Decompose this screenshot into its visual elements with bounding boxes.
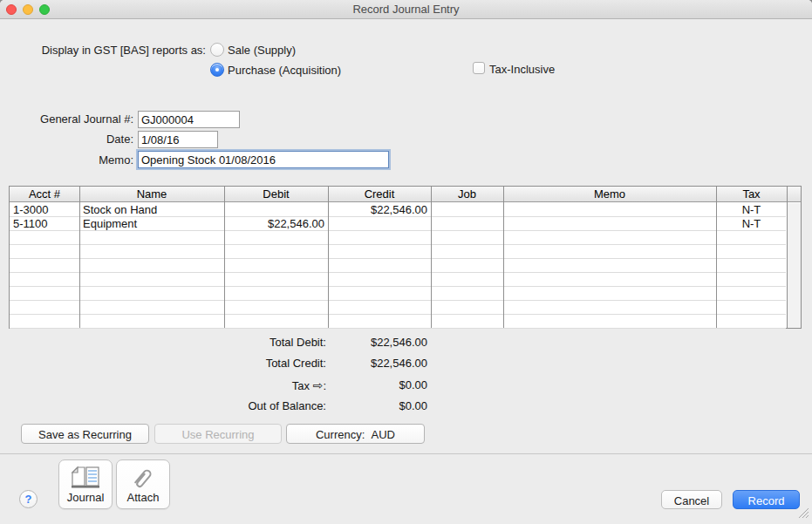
- col-header-acct: Acct #: [10, 187, 79, 202]
- cell-name[interactable]: Equipment: [83, 217, 222, 231]
- col-header-debit: Debit: [224, 187, 328, 202]
- column-divider: [431, 187, 432, 328]
- currency-value: AUD: [372, 428, 395, 441]
- col-header-job: Job: [431, 187, 503, 202]
- use-recurring-button[interactable]: Use Recurring: [154, 424, 282, 444]
- col-header-name: Name: [79, 187, 224, 202]
- radio-sale-supply[interactable]: [210, 43, 224, 57]
- cell-credit[interactable]: $22,546.00: [328, 203, 427, 217]
- total-debit-label: Total Debit:: [0, 336, 326, 350]
- date-input[interactable]: [138, 131, 218, 148]
- tax-zoom-arrow-icon[interactable]: ⇨: [313, 378, 324, 392]
- radio-purchase-acquisition[interactable]: [210, 63, 224, 77]
- cancel-button[interactable]: Cancel: [661, 490, 722, 509]
- tax-total-text: Tax: [292, 379, 310, 392]
- table-row-empty[interactable]: [10, 259, 786, 273]
- help-button[interactable]: ?: [19, 490, 38, 508]
- out-of-balance-value: $0.00: [331, 399, 427, 413]
- cell-tax[interactable]: N-T: [716, 217, 787, 231]
- cell-job[interactable]: [434, 203, 500, 217]
- out-of-balance-label: Out of Balance:: [0, 399, 326, 413]
- cell-acct[interactable]: 1-3000: [13, 203, 78, 217]
- total-debit-value: $22,546.00: [331, 336, 427, 350]
- table-row: 5-1100 Equipment $22,546.00 N-T: [10, 217, 786, 231]
- radio-sale-supply-label[interactable]: Sale (Supply): [228, 44, 296, 58]
- tax-total-value: $0.00: [331, 378, 427, 392]
- total-credit-value: $22,546.00: [331, 357, 427, 371]
- cell-name[interactable]: Stock on Hand: [83, 203, 222, 217]
- tax-total-colon: :: [323, 379, 326, 392]
- cell-debit[interactable]: $22,546.00: [224, 217, 324, 231]
- currency-button[interactable]: Currency: AUD: [286, 424, 425, 444]
- table-body: 1-3000 Stock on Hand $22,546.00 N-T 5-11…: [10, 203, 786, 328]
- memo-label: Memo:: [0, 153, 133, 167]
- table-row-empty[interactable]: [10, 245, 786, 259]
- gst-reports-label: Display in GST [BAS] reports as:: [0, 44, 206, 58]
- journal-number-input[interactable]: [138, 111, 240, 128]
- table-row: 1-3000 Stock on Hand $22,546.00 N-T: [10, 203, 786, 217]
- cell-memo[interactable]: [507, 217, 713, 231]
- column-divider: [716, 187, 717, 328]
- table-row-empty[interactable]: [10, 273, 786, 287]
- attach-button-label: Attach: [117, 491, 169, 504]
- table-row-empty[interactable]: [10, 287, 786, 301]
- cell-memo[interactable]: [507, 203, 713, 217]
- window-title: Record Journal Entry: [0, 0, 812, 19]
- table-row-empty[interactable]: [10, 231, 786, 245]
- attach-button[interactable]: Attach: [116, 459, 170, 509]
- journal-number-label: General Journal #:: [0, 112, 133, 126]
- journal-lines-table: Acct # Name Debit Credit Job Memo Tax 1-…: [9, 186, 802, 329]
- column-divider: [503, 187, 504, 328]
- table-header: Acct # Name Debit Credit Job Memo Tax: [10, 187, 801, 202]
- cell-acct[interactable]: 5-1100: [13, 217, 78, 231]
- tax-inclusive-checkbox[interactable]: [473, 62, 485, 74]
- tax-inclusive-label[interactable]: Tax-Inclusive: [489, 63, 555, 77]
- memo-input[interactable]: [138, 151, 389, 168]
- total-credit-label: Total Credit:: [0, 357, 326, 371]
- column-divider: [328, 187, 329, 328]
- col-header-tax: Tax: [716, 187, 787, 202]
- tax-total-label: Tax ⇨:: [0, 378, 326, 392]
- radio-purchase-acquisition-label[interactable]: Purchase (Acquisition): [228, 64, 341, 78]
- journal-button-label: Journal: [59, 491, 112, 504]
- record-button[interactable]: Record: [733, 490, 800, 509]
- table-scrollbar[interactable]: [787, 203, 801, 328]
- title-bar: Record Journal Entry: [0, 0, 812, 19]
- column-divider: [224, 187, 225, 328]
- date-label: Date:: [0, 133, 133, 146]
- column-divider: [787, 187, 788, 328]
- table-row-empty[interactable]: [10, 301, 786, 315]
- cell-credit[interactable]: [328, 217, 427, 231]
- col-header-credit: Credit: [328, 187, 431, 202]
- table-row-empty[interactable]: [10, 315, 786, 329]
- footer-divider: [0, 453, 812, 454]
- col-header-memo: Memo: [503, 187, 716, 202]
- resize-grip[interactable]: [795, 507, 809, 522]
- save-as-recurring-button[interactable]: Save as Recurring: [21, 424, 149, 444]
- journal-book-icon: [69, 466, 102, 493]
- journal-button[interactable]: Journal: [58, 459, 113, 509]
- cell-debit[interactable]: [224, 203, 324, 217]
- record-journal-entry-window: Record Journal Entry Display in GST [BAS…: [0, 0, 812, 524]
- cell-tax[interactable]: N-T: [716, 203, 787, 217]
- currency-label: Currency:: [316, 428, 365, 441]
- cell-job[interactable]: [434, 217, 500, 231]
- column-divider: [79, 187, 80, 328]
